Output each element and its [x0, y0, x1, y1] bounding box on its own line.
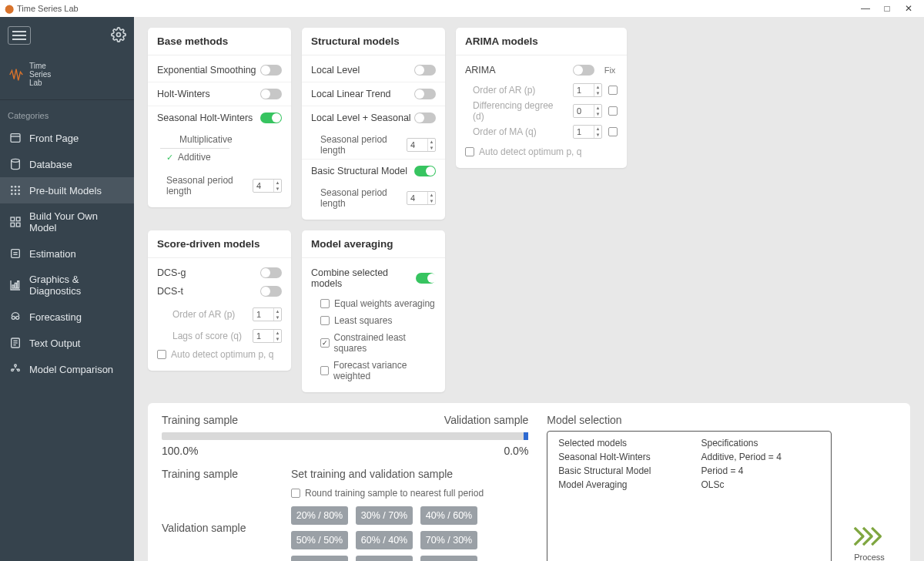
nav-prebuilt-models[interactable]: Pre-built Models	[0, 177, 134, 203]
app-logo-mini: ⬤	[5, 4, 14, 14]
svg-rect-1	[11, 134, 20, 143]
brand-l1: Time	[29, 62, 51, 70]
toggle-bsm[interactable]	[414, 166, 436, 176]
settings-icon[interactable]	[111, 27, 126, 45]
toggle-seasonal-hw[interactable]	[260, 113, 282, 123]
window-minimize[interactable]: —	[855, 3, 876, 14]
lbl-seasonal-hw: Seasonal Holt-Winters	[157, 113, 253, 123]
btn-split-6[interactable]: 80% / 20%	[291, 556, 348, 561]
svg-point-5	[15, 186, 17, 188]
btn-split-7[interactable]: 90% / 10%	[356, 556, 413, 561]
nav-text-output[interactable]: Text Output	[0, 330, 134, 356]
btn-split-1[interactable]: 30% / 70%	[356, 506, 413, 525]
btn-split-5[interactable]: 70% / 30%	[420, 531, 477, 549]
lbl-bsm-period: Seasonal period length	[320, 187, 407, 209]
window-maximize[interactable]: □	[876, 3, 898, 14]
window-close[interactable]: ✕	[898, 3, 919, 14]
main-content: Base methods Exponential Smoothing Holt-…	[134, 17, 924, 561]
th-spec: Specifications	[698, 436, 823, 450]
opt-multiplicative[interactable]: Multiplicative	[166, 133, 282, 146]
toggle-combine[interactable]	[416, 273, 436, 284]
input-bsm-period[interactable]: ▲▼	[407, 191, 436, 205]
toggle-holt-winters[interactable]	[260, 89, 282, 99]
nav-label: Model Comparison	[29, 364, 113, 375]
nav-model-comparison[interactable]: Model Comparison	[0, 356, 134, 382]
chk-fix-p[interactable]	[608, 86, 618, 95]
nav-build-model[interactable]: Build Your Own Model	[0, 203, 134, 240]
chk-leastsq[interactable]	[320, 316, 330, 325]
lbl-training-sample-2: Training sample	[162, 468, 270, 480]
nav-estimation[interactable]: Estimation	[0, 240, 134, 267]
chk-score-auto[interactable]	[157, 350, 166, 359]
btn-split-2[interactable]: 40% / 60%	[420, 506, 477, 525]
svg-point-9	[18, 190, 20, 192]
window-title: Time Series Lab	[17, 4, 79, 13]
toggle-arima[interactable]	[573, 65, 594, 76]
brand-l2: Series	[29, 70, 51, 79]
lbl-order-ar: Order of AR (p)	[473, 85, 567, 96]
svg-rect-21	[15, 283, 16, 288]
toggle-exp-smoothing[interactable]	[260, 65, 282, 76]
input-arima-p[interactable]: ▲▼	[573, 83, 602, 97]
th-selected: Selected models	[555, 436, 698, 450]
svg-rect-16	[16, 223, 20, 227]
lbl-arima-auto: Auto detect optimum p, q	[479, 146, 581, 157]
lbl-score-auto: Auto detect optimum p, q	[171, 349, 273, 360]
lbl-diff-d: Differencing degree (d)	[473, 100, 567, 122]
nav-label: Pre-built Models	[29, 185, 102, 197]
lbl-dcs-g: DCS-g	[157, 267, 186, 278]
lbl-equal: Equal weights averaging	[334, 298, 435, 309]
chk-fvw[interactable]	[320, 366, 329, 375]
input-score-q[interactable]: ▲▼	[253, 329, 282, 343]
btn-split-8[interactable]: 100% / 0%	[420, 556, 477, 561]
chk-arima-auto[interactable]	[465, 147, 474, 156]
lbl-leastsq: Least squares	[334, 315, 392, 326]
input-lls-period[interactable]: ▲▼	[407, 138, 436, 152]
chk-round-period[interactable]	[291, 489, 300, 498]
opt-additive[interactable]: Additive	[166, 150, 282, 164]
lbl-arima: ARIMA	[465, 65, 496, 76]
svg-point-6	[18, 186, 20, 188]
svg-point-12	[18, 193, 20, 195]
lbl-local-linear: Local Linear Trend	[311, 89, 391, 99]
nav-label: Front Page	[29, 133, 79, 144]
card-base-methods: Base methods Exponential Smoothing Holt-…	[148, 28, 291, 207]
input-arima-q[interactable]: ▲▼	[573, 125, 602, 139]
hamburger-icon[interactable]	[8, 26, 31, 45]
chk-cls[interactable]	[320, 338, 330, 348]
lbl-combine: Combine selected models	[311, 267, 416, 289]
nav-front-page[interactable]: Front Page	[0, 125, 134, 151]
chk-fix-q[interactable]	[608, 127, 618, 136]
sample-split-bar[interactable]	[162, 432, 528, 440]
process-dashboard-button[interactable]: Process Dashboard	[842, 414, 896, 561]
chk-equal[interactable]	[320, 299, 330, 308]
nav-label: Estimation	[29, 248, 76, 260]
validation-pct: 0.0%	[504, 445, 528, 457]
lbl-fix: Fix	[602, 66, 618, 75]
btn-split-0[interactable]: 20% / 80%	[291, 506, 348, 525]
toggle-local-level[interactable]	[414, 65, 436, 76]
svg-rect-20	[12, 285, 14, 288]
toggle-local-level-seasonal[interactable]	[414, 113, 436, 123]
input-arima-d[interactable]: ▲▼	[573, 104, 602, 118]
toggle-dcs-g[interactable]	[260, 267, 282, 278]
nav-label: Graphics & Diagnostics	[29, 274, 125, 297]
input-base-seasonal-period[interactable]: ▲▼	[253, 179, 282, 193]
lbl-local-level: Local Level	[311, 65, 360, 76]
cell: Period = 4	[698, 464, 823, 478]
nav-forecasting[interactable]: Forecasting	[0, 304, 134, 330]
nav-database[interactable]: Database	[0, 151, 134, 177]
svg-point-8	[15, 190, 17, 192]
nav-graphics[interactable]: Graphics & Diagnostics	[0, 267, 134, 304]
btn-split-4[interactable]: 60% / 40%	[356, 531, 413, 549]
chk-fix-d[interactable]	[608, 106, 618, 116]
toggle-local-linear[interactable]	[414, 89, 436, 99]
lbl-validation-sample-2: Validation sample	[162, 522, 270, 534]
brand-l3: Lab	[29, 79, 51, 87]
svg-rect-14	[16, 217, 20, 221]
categories-label: Categories	[0, 100, 134, 125]
input-score-p[interactable]: ▲▼	[253, 307, 282, 321]
toggle-dcs-t[interactable]	[260, 286, 282, 297]
lbl-cls: Constrained least squares	[334, 332, 437, 354]
btn-split-3[interactable]: 50% / 50%	[291, 531, 348, 549]
